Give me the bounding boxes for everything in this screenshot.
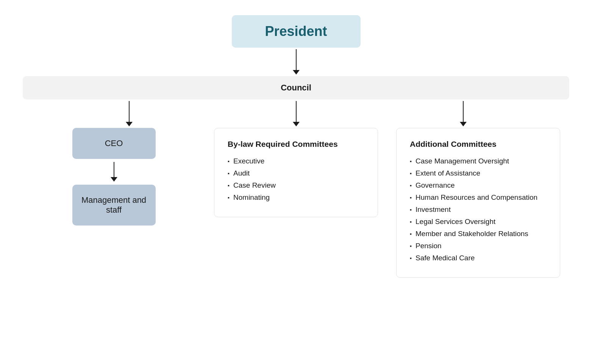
column-additional: Additional Committees Case Management Ov… bbox=[387, 128, 569, 278]
list-item: Audit bbox=[228, 169, 364, 177]
council-bar: Council bbox=[23, 76, 569, 100]
management-box: Management and staff bbox=[72, 185, 156, 226]
additional-list: Case Management OversightExtent of Assis… bbox=[410, 157, 547, 262]
list-item: Extent of Assistance bbox=[410, 169, 547, 177]
bylaw-title: By-law Required Committees bbox=[228, 140, 364, 149]
list-item: Governance bbox=[410, 181, 547, 190]
additional-title: Additional Committees bbox=[410, 140, 547, 149]
arrow-council-to-bylaw bbox=[212, 100, 380, 128]
president-box: President bbox=[232, 15, 361, 48]
additional-panel: Additional Committees Case Management Ov… bbox=[396, 128, 560, 278]
arrow-ceo-to-mgmt bbox=[111, 162, 117, 182]
bylaw-panel: By-law Required Committees ExecutiveAudi… bbox=[214, 128, 378, 217]
list-item: Nominating bbox=[228, 193, 364, 202]
arrow-president-to-council bbox=[293, 49, 300, 75]
list-item: Investment bbox=[410, 205, 547, 214]
column-ceo: CEO Management and staff bbox=[23, 128, 205, 278]
bylaw-list: ExecutiveAuditCase ReviewNominating bbox=[228, 157, 364, 202]
list-item: Case Review bbox=[228, 181, 364, 190]
list-item: Executive bbox=[228, 157, 364, 165]
column-bylaw: By-law Required Committees ExecutiveAudi… bbox=[205, 128, 387, 278]
list-item: Safe Medical Care bbox=[410, 254, 547, 262]
list-item: Member and Stakeholder Relations bbox=[410, 230, 547, 238]
list-item: Pension bbox=[410, 242, 547, 250]
ceo-box: CEO bbox=[72, 128, 156, 159]
arrow-council-to-ceo bbox=[45, 100, 212, 128]
list-item: Case Management Oversight bbox=[410, 157, 547, 165]
list-item: Human Resources and Compensation bbox=[410, 193, 547, 202]
arrow-council-to-additional bbox=[380, 100, 547, 128]
list-item: Legal Services Oversight bbox=[410, 218, 547, 226]
